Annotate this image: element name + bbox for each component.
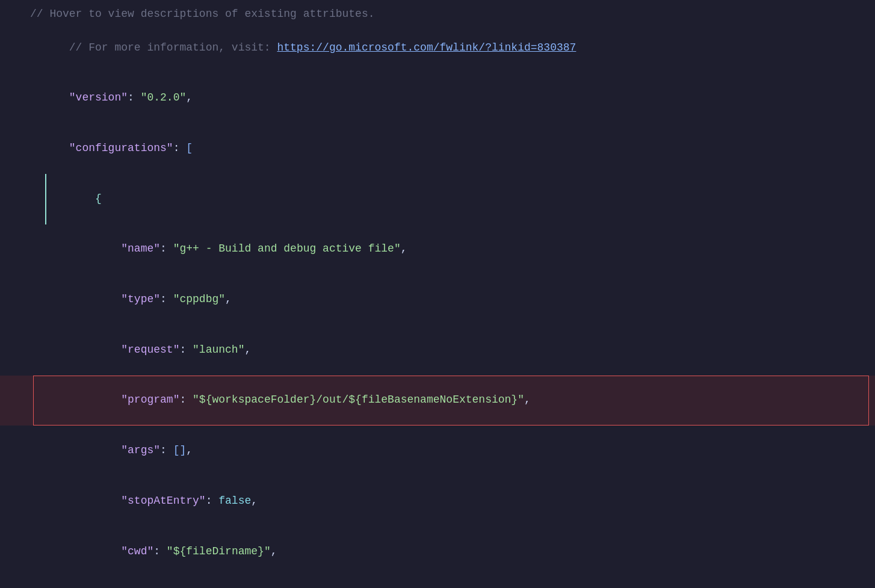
cwd-line: "cwd": "${fileDirname}",	[30, 527, 863, 577]
punct: :	[153, 545, 167, 557]
open-brace-teal: {	[30, 174, 863, 224]
program-line: "program": "${workspaceFolder}/out/${fil…	[30, 376, 863, 426]
type-line: "type": "cppdbg",	[30, 274, 863, 325]
comma: ,	[244, 344, 251, 356]
punct: :	[206, 495, 219, 507]
comma: ,	[186, 444, 193, 456]
environment-line: "environment": [],	[30, 577, 863, 588]
bracket-open: [	[186, 142, 193, 154]
value-program: "${workspaceFolder}/out/${fileBasenameNo…	[193, 394, 524, 406]
line-3: "version": "0.2.0",	[0, 73, 875, 124]
key-cwd: "cwd"	[69, 545, 153, 557]
line-5: {	[0, 174, 875, 224]
configurations-line: "configurations": [	[30, 123, 863, 174]
args-line: "args": [],	[30, 426, 863, 476]
comma: ,	[401, 243, 407, 255]
comma: ,	[186, 91, 193, 104]
line-1: // Hover to view descriptions of existin…	[0, 6, 875, 23]
value-args: []	[173, 444, 187, 456]
key-version: "version"	[69, 91, 128, 104]
key-type: "type"	[69, 293, 160, 305]
link-text[interactable]: https://go.microsoft.com/fwlink/?linkid=…	[277, 42, 576, 54]
key-program: "program"	[69, 394, 180, 406]
line-13: "environment": [],	[0, 577, 875, 588]
line-10: "args": [],	[0, 426, 875, 476]
indent-guide-teal	[45, 174, 46, 224]
key-stop-at-entry: "stopAtEntry"	[69, 495, 206, 507]
line-8: "request": "launch",	[0, 325, 875, 376]
punct: :	[179, 394, 193, 406]
line-11: "stopAtEntry": false,	[0, 476, 875, 527]
line-2: // For more information, visit: https://…	[0, 23, 875, 73]
comma: ,	[524, 394, 531, 406]
line-6: "name": "g++ - Build and debug active fi…	[0, 224, 875, 275]
code-editor: // Hover to view descriptions of existin…	[0, 0, 875, 588]
line-7: "type": "cppdbg",	[0, 274, 875, 325]
version-line: "version": "0.2.0",	[30, 73, 863, 124]
key-name: "name"	[69, 243, 160, 255]
stop-at-entry-line: "stopAtEntry": false,	[30, 476, 863, 527]
value-cwd: "${fileDirname}"	[167, 545, 271, 557]
value-request: "launch"	[193, 344, 244, 356]
punct: :	[173, 142, 187, 154]
line-4: "configurations": [	[0, 123, 875, 174]
value-version: "0.2.0"	[141, 91, 187, 104]
comma: ,	[225, 293, 232, 305]
name-line: "name": "g++ - Build and debug active fi…	[30, 224, 863, 275]
request-line: "request": "launch",	[30, 325, 863, 376]
comment-line: // Hover to view descriptions of existin…	[30, 6, 863, 23]
key-configurations: "configurations"	[69, 142, 173, 154]
punct: :	[128, 91, 141, 104]
value-type: "cppdbg"	[173, 293, 225, 305]
punct: :	[160, 444, 173, 456]
comment-link-line: // For more information, visit: https://…	[30, 23, 863, 73]
value-name: "g++ - Build and debug active file"	[173, 243, 401, 255]
punct: :	[160, 293, 173, 305]
brace-teal: {	[69, 193, 102, 205]
comment-text: // For more information, visit:	[69, 42, 277, 54]
punct: :	[160, 243, 173, 255]
key-request: "request"	[69, 344, 180, 356]
punct: :	[179, 344, 193, 356]
comma: ,	[271, 545, 277, 557]
line-program-highlighted: "program": "${workspaceFolder}/out/${fil…	[0, 376, 875, 426]
value-stop-at-entry: false	[218, 495, 251, 507]
key-args: "args"	[69, 444, 160, 456]
line-12: "cwd": "${fileDirname}",	[0, 527, 875, 577]
comma: ,	[251, 495, 258, 507]
